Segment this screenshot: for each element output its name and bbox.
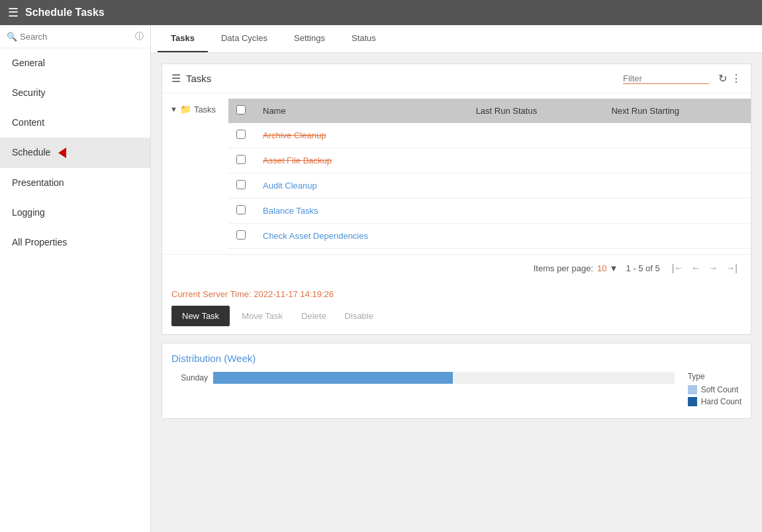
pagination-range: 1 - 5 of 5 (626, 263, 659, 273)
col-next-run: Next Run Starting (603, 99, 751, 123)
last-page-button[interactable]: →| (722, 261, 741, 275)
items-per-page-label: Items per page: (534, 263, 593, 273)
panel-footer: Current Server Time: 2022-11-17 14:19:26… (162, 281, 751, 334)
row-checkbox (228, 123, 255, 148)
col-name: Name (255, 99, 468, 123)
chart-bar-container (213, 372, 675, 384)
legend-item-hard: Hard Count (688, 397, 741, 406)
distribution-title: Distribution (Week) (171, 353, 741, 364)
distribution-panel: Distribution (Week) Sunday Type (162, 343, 751, 419)
search-input[interactable] (20, 32, 132, 42)
prev-page-button[interactable]: ← (687, 261, 704, 275)
tab-bar: Tasks Data Cycles Settings Status (151, 25, 762, 53)
task-name-label: Check Asset Dependencies (263, 231, 368, 241)
items-per-page-dropdown[interactable]: ▼ (610, 263, 618, 273)
sidebar-item-security[interactable]: Security (0, 78, 150, 108)
tasks-table: Name Last Run Status Next Run Starting A… (228, 99, 751, 249)
row-select-checkbox[interactable] (236, 180, 246, 189)
table-row: Asset File Backup (228, 148, 751, 173)
search-icon: 🔍 (7, 32, 17, 42)
sidebar-nav: General Security Content Schedule Presen… (0, 48, 150, 532)
tab-data-cycles[interactable]: Data Cycles (208, 25, 281, 52)
items-per-page-value: 10 (597, 263, 606, 273)
sidebar: 🔍 ⓘ General Security Content Schedule Pr… (0, 25, 151, 532)
tab-settings[interactable]: Settings (281, 25, 338, 52)
folder-icon: 📁 (180, 104, 191, 114)
active-arrow-icon (58, 148, 66, 158)
last-run-status (468, 123, 604, 148)
hamburger-icon[interactable]: ☰ (8, 5, 19, 20)
sidebar-item-presentation[interactable]: Presentation (0, 168, 150, 198)
sidebar-item-label: Presentation (12, 177, 64, 188)
server-time: Current Server Time: 2022-11-17 14:19:26 (171, 289, 741, 299)
next-run-starting (603, 123, 751, 148)
panel-header: ☰ Tasks ↻ ⋮ (162, 64, 751, 93)
search-bar: 🔍 ⓘ (0, 25, 150, 48)
row-select-checkbox[interactable] (236, 130, 246, 139)
info-icon: ⓘ (135, 30, 144, 42)
last-run-status (468, 199, 604, 224)
tab-status[interactable]: Status (338, 25, 389, 52)
sidebar-item-schedule[interactable]: Schedule (0, 138, 150, 168)
row-checkbox (228, 173, 255, 199)
sidebar-item-all-properties[interactable]: All Properties (0, 228, 150, 257)
next-run-starting (603, 148, 751, 173)
filter-input[interactable] (623, 73, 709, 84)
sidebar-item-label: Security (12, 87, 46, 98)
row-select-checkbox[interactable] (236, 205, 246, 214)
content-scroll: ☰ Tasks ↻ ⋮ ▼ 📁 Tasks (151, 53, 762, 532)
first-page-button[interactable]: |← (668, 261, 688, 275)
task-name[interactable]: Check Asset Dependencies (255, 224, 468, 249)
table-row: Archive Cleanup (228, 123, 751, 148)
task-name[interactable]: Archive Cleanup (255, 123, 468, 148)
last-run-status (468, 148, 604, 173)
move-task-button[interactable]: Move Task (235, 306, 289, 326)
sidebar-item-label: All Properties (12, 237, 67, 247)
tasks-panel: ☰ Tasks ↻ ⋮ ▼ 📁 Tasks (162, 64, 751, 335)
sidebar-item-content[interactable]: Content (0, 108, 150, 138)
new-task-button[interactable]: New Task (171, 306, 230, 326)
table-header-row: Name Last Run Status Next Run Starting (228, 99, 751, 123)
chart-day-label: Sunday (171, 373, 208, 382)
next-page-button[interactable]: → (704, 261, 722, 275)
legend-hard-swatch (688, 397, 697, 406)
tree-item-tasks[interactable]: ▼ 📁 Tasks (167, 99, 223, 120)
sidebar-item-general[interactable]: General (0, 48, 150, 78)
chart-legend: Type Soft Count Hard Count (675, 372, 741, 409)
task-name[interactable]: Audit Cleanup (255, 173, 468, 199)
sidebar-item-label: Logging (12, 207, 45, 218)
next-run-starting (603, 199, 751, 224)
legend-hard-label: Hard Count (701, 397, 741, 406)
chart-main: Sunday (171, 372, 675, 409)
tree-section: ▼ 📁 Tasks (162, 99, 228, 249)
tab-tasks[interactable]: Tasks (158, 25, 208, 52)
table-row: Audit Cleanup (228, 173, 751, 199)
row-checkbox (228, 224, 255, 249)
task-name[interactable]: Balance Tasks (255, 199, 468, 224)
chart-bar-soft (213, 372, 453, 384)
top-bar: ☰ Schedule Tasks (0, 0, 762, 25)
refresh-icon[interactable]: ↻ (718, 72, 727, 85)
select-all-checkbox[interactable] (236, 105, 246, 114)
sidebar-item-label: Content (12, 117, 44, 128)
table-section: Name Last Run Status Next Run Starting A… (228, 99, 751, 249)
action-buttons: New Task Move Task Delete Disable (171, 306, 741, 326)
chevron-down-icon: ▼ (170, 105, 177, 113)
delete-button[interactable]: Delete (295, 306, 333, 326)
table-row: Check Asset Dependencies (228, 224, 751, 249)
task-name-label: Asset File Backup (263, 155, 332, 165)
more-options-icon[interactable]: ⋮ (731, 72, 741, 85)
chart-row-sunday: Sunday (171, 372, 675, 384)
legend-soft-swatch (688, 385, 697, 394)
app-title: Schedule Tasks (25, 7, 105, 19)
sidebar-item-label: General (12, 58, 45, 68)
sidebar-item-logging[interactable]: Logging (0, 198, 150, 228)
row-select-checkbox[interactable] (236, 230, 246, 240)
panel-menu-icon: ☰ (171, 72, 181, 85)
task-name[interactable]: Asset File Backup (255, 148, 468, 173)
panel-title: Tasks (186, 73, 623, 84)
disable-button[interactable]: Disable (338, 306, 380, 326)
table-row: Balance Tasks (228, 199, 751, 224)
row-select-checkbox[interactable] (236, 155, 246, 164)
legend-item-soft: Soft Count (688, 385, 741, 394)
